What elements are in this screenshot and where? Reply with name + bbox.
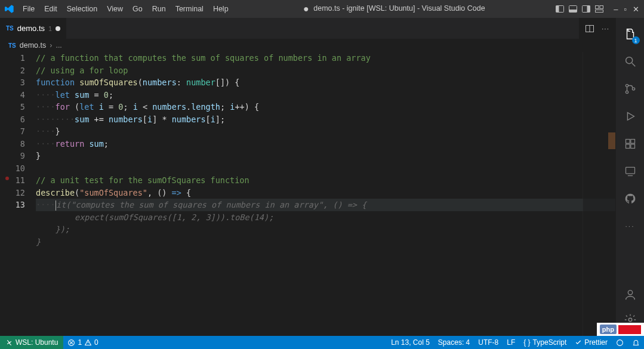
menu-run[interactable]: Run — [147, 0, 171, 18]
toggle-panel-right-icon[interactable] — [581, 4, 591, 14]
braces-icon: { } — [523, 338, 530, 347]
svg-point-14 — [625, 91, 628, 93]
status-ln-col[interactable]: Ln 13, Col 5 — [387, 336, 434, 349]
ghost-suggestion: } — [36, 237, 41, 246]
minimap[interactable] — [583, 52, 615, 336]
tab-demo-ts[interactable]: TS demo.ts 1 — [0, 18, 67, 39]
line-number[interactable]: 7 — [0, 125, 25, 138]
more-actions-icon[interactable]: ··· — [602, 24, 609, 33]
explorer-badge: 1 — [632, 36, 640, 44]
menu-file[interactable]: File — [18, 0, 39, 18]
svg-rect-18 — [625, 144, 630, 149]
minimap-diff-indicator[interactable] — [608, 132, 615, 149]
status-bar: WSL: Ubuntu 1 0 Ln 13, Col 5 Spaces: 4 U… — [0, 336, 644, 349]
remote-explorer-icon[interactable] — [616, 159, 645, 184]
breadcrumb-rest[interactable]: ... — [56, 41, 61, 50]
title-bar: File Edit Selection View Go Run Terminal… — [0, 0, 644, 18]
status-encoding[interactable]: UTF-8 — [474, 336, 503, 349]
line-number[interactable]: 2 — [0, 64, 25, 77]
svg-rect-21 — [625, 167, 634, 174]
svg-rect-5 — [587, 6, 590, 13]
code-content[interactable]: // a function that computes the sum of s… — [36, 52, 615, 336]
svg-rect-20 — [630, 140, 634, 144]
status-remote[interactable]: WSL: Ubuntu — [0, 336, 63, 349]
vscode-app-icon — [5, 4, 14, 14]
breadcrumb[interactable]: TS demo.ts › ... — [0, 39, 615, 52]
status-feedback-icon[interactable] — [612, 336, 628, 349]
line-number[interactable]: 10 — [0, 162, 25, 175]
title-filename: demo.ts — [313, 4, 340, 13]
search-icon[interactable] — [616, 49, 645, 74]
ts-file-icon: TS — [6, 25, 14, 32]
current-line[interactable]: ····it("computes the sum of squares of n… — [36, 199, 615, 211]
close-window-button[interactable]: ✕ — [633, 5, 639, 14]
code-editor[interactable]: 1 2 3 4 5 6 7 8 9 10 11 12 13 // a funct… — [0, 52, 615, 336]
explorer-icon[interactable]: 1 — [616, 21, 645, 47]
breakpoint-icon[interactable] — [5, 177, 9, 180]
status-problems[interactable]: 1 0 — [63, 336, 102, 349]
breadcrumb-file[interactable]: demo.ts — [20, 41, 46, 50]
minimize-button[interactable]: – — [614, 5, 618, 14]
line-number[interactable]: 12 — [0, 187, 25, 199]
status-indentation[interactable]: Spaces: 4 — [434, 336, 474, 349]
ghost-suggestion: it("computes the sum of squares of numbe… — [56, 200, 366, 209]
menu-selection[interactable]: Selection — [62, 0, 102, 18]
menu-view[interactable]: View — [102, 0, 128, 18]
chevron-right-icon: › — [50, 41, 52, 50]
editor-tabs: TS demo.ts 1 ··· — [0, 18, 615, 39]
title-project: ignite [WSL: Ubuntu] — [347, 4, 415, 13]
status-eol[interactable]: LF — [503, 336, 519, 349]
extensions-icon[interactable] — [616, 131, 645, 156]
tab-problems-count: 1 — [48, 25, 52, 32]
tab-actions: ··· — [579, 18, 615, 39]
status-remote-label: WSL: Ubuntu — [16, 338, 58, 347]
svg-rect-19 — [630, 144, 634, 149]
more-views-icon[interactable]: ··· — [616, 214, 645, 239]
svg-point-13 — [625, 84, 628, 87]
line-number[interactable]: 3 — [0, 76, 25, 89]
svg-point-11 — [625, 57, 632, 64]
svg-rect-8 — [596, 10, 603, 13]
php-logo-icon: php — [600, 325, 617, 334]
svg-marker-16 — [627, 113, 634, 121]
line-number[interactable]: 8 — [0, 138, 25, 150]
status-prettier[interactable]: Prettier — [571, 336, 612, 349]
svg-rect-3 — [569, 10, 577, 13]
modified-indicator-icon: ● — [303, 4, 309, 14]
line-number[interactable]: 9 — [0, 150, 25, 162]
line-number[interactable]: 4 — [0, 89, 25, 101]
menu-edit[interactable]: Edit — [39, 0, 62, 18]
breadcrumb-ts-icon: TS — [8, 42, 16, 49]
line-number[interactable]: 5 — [0, 101, 25, 113]
watermark-badge: php — [597, 323, 644, 336]
svg-rect-17 — [625, 140, 630, 144]
status-language[interactable]: { } TypeScript — [519, 336, 571, 349]
editor-column: TS demo.ts 1 ··· TS demo.ts › ... 1 2 — [0, 18, 615, 336]
line-number[interactable]: 1 — [0, 52, 25, 64]
line-number[interactable]: 6 — [0, 113, 25, 126]
status-errors: 1 — [78, 338, 82, 347]
menu-bar: File Edit Selection View Go Run Terminal… — [18, 0, 233, 18]
source-control-icon[interactable] — [616, 76, 645, 101]
svg-line-12 — [631, 63, 635, 67]
run-debug-icon[interactable] — [616, 104, 645, 129]
ghost-suggestion: }); — [36, 224, 70, 234]
status-notifications-icon[interactable] — [628, 336, 644, 349]
svg-rect-6 — [596, 6, 599, 9]
toggle-panel-bottom-icon[interactable] — [568, 4, 578, 14]
title-right-controls: – ▫ ✕ — [555, 4, 639, 14]
line-number-gutter[interactable]: 1 2 3 4 5 6 7 8 9 10 11 12 13 — [0, 52, 36, 336]
menu-terminal[interactable]: Terminal — [171, 0, 208, 18]
split-editor-icon[interactable] — [585, 24, 594, 33]
window-title: ● demo.ts - ignite [WSL: Ubuntu] - Visua… — [233, 4, 556, 14]
line-number[interactable]: 13 — [0, 199, 25, 211]
accounts-icon[interactable] — [616, 282, 645, 307]
maximize-button[interactable]: ▫ — [624, 5, 627, 14]
menu-go[interactable]: Go — [128, 0, 147, 18]
title-app: Visual Studio Code — [422, 4, 485, 13]
customize-layout-icon[interactable] — [594, 4, 604, 14]
menu-help[interactable]: Help — [208, 0, 233, 18]
github-icon[interactable] — [616, 186, 645, 211]
toggle-panel-left-icon[interactable] — [555, 4, 565, 14]
line-number[interactable]: 11 — [0, 174, 25, 187]
